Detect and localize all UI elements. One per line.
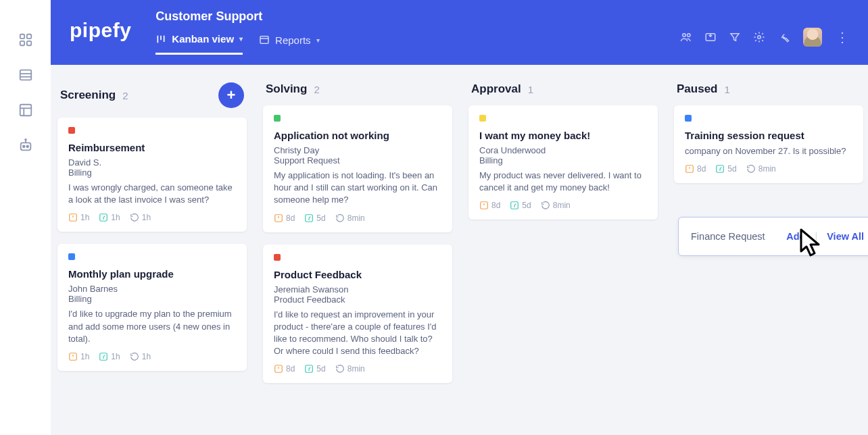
bot-icon[interactable]	[18, 138, 33, 153]
column-screening: Screening 2+ Reimbursement David S. Bill…	[57, 80, 247, 420]
card-category: Billing	[68, 294, 236, 304]
card-meta: 8d5d8min	[274, 213, 441, 223]
card-description: company on November 27. Is it possible?	[685, 145, 852, 157]
kanban-board: Screening 2+ Reimbursement David S. Bill…	[51, 65, 868, 435]
card-meta: 8d5d8min	[685, 164, 852, 174]
reports-icon	[259, 34, 270, 45]
card-description: I'd like to request an improvement in yo…	[274, 309, 441, 358]
svg-rect-7	[20, 105, 31, 116]
card[interactable]: Product Feedback Jeremiah Swanson Produc…	[263, 245, 452, 384]
svg-point-21	[688, 34, 691, 37]
column-title: Screening	[60, 88, 116, 102]
list-icon[interactable]	[18, 68, 33, 82]
card-description: I was wrongly charged, can someone take …	[68, 182, 236, 206]
card-meta: 1h1h1h	[68, 213, 236, 222]
status-dot	[274, 115, 281, 122]
card-requester: David S.	[68, 157, 236, 168]
svg-point-20	[683, 34, 686, 37]
status-dot	[685, 115, 692, 122]
status-dot	[479, 115, 486, 122]
card-requester: Jeremiah Swanson	[274, 284, 441, 295]
layout-icon[interactable]	[18, 103, 33, 118]
svg-point-14	[25, 139, 26, 140]
card-title: Monthly plan upgrade	[68, 268, 236, 280]
finance-request-popup: Finance Request Add | View All	[678, 217, 868, 256]
svg-rect-18	[260, 36, 268, 44]
left-rail	[0, 0, 51, 435]
svg-point-12	[26, 145, 28, 147]
card[interactable]: Monthly plan upgrade John Barnes Billing…	[57, 244, 247, 371]
column-count: 2	[314, 84, 319, 95]
card-requester: Christy Day	[274, 145, 441, 155]
members-icon[interactable]	[680, 31, 692, 43]
card-title: Reimbursement	[68, 142, 236, 153]
popup-add-button[interactable]: Add	[786, 231, 805, 242]
filter-icon[interactable]	[729, 31, 741, 43]
logo: pipefy	[70, 19, 131, 42]
card-requester: Cora Underwood	[479, 145, 647, 155]
card-category: Support Request	[274, 155, 441, 165]
chevron-down-icon: ▾	[316, 36, 320, 44]
tab-reports[interactable]: Reports ▾	[259, 33, 320, 55]
card-title: Product Feedback	[274, 269, 441, 280]
card-category: Product Feedback	[274, 295, 441, 305]
card-title: Training session request	[685, 130, 852, 141]
card-title: I want my money back!	[479, 130, 647, 141]
pipe-title: Customer Support	[155, 9, 319, 24]
column-count: 1	[724, 84, 729, 95]
card-description: I'd like to upgrade my plan to the premi…	[68, 308, 236, 345]
column-count: 1	[528, 84, 533, 95]
card-title: Application not working	[274, 130, 441, 141]
tab-kanban[interactable]: Kanban view ▾	[155, 33, 243, 55]
column-title: Solving	[266, 82, 307, 96]
popup-title: Finance Request	[691, 231, 765, 242]
header: pipefy Customer Support Kanban view ▾	[51, 0, 868, 65]
status-dot	[68, 127, 75, 134]
avatar[interactable]	[803, 28, 822, 47]
svg-rect-10	[20, 143, 30, 150]
more-menu-icon[interactable]: ⋮	[836, 30, 849, 44]
card-category: Billing	[68, 168, 236, 178]
svg-rect-0	[20, 34, 24, 39]
status-dot	[274, 254, 281, 261]
svg-point-23	[758, 36, 761, 39]
card-meta: 8d5d8min	[274, 364, 441, 374]
card-requester: John Barnes	[68, 284, 236, 294]
column-approval: Approval 1 I want my money back! Cora Un…	[468, 80, 658, 420]
column-solving: Solving 2 Application not working Christ…	[263, 80, 452, 420]
card[interactable]: Reimbursement David S. Billing I was wro…	[57, 118, 247, 232]
card-description: My application is not loading. It's been…	[274, 170, 441, 207]
column-count: 2	[122, 90, 128, 101]
kanban-icon	[155, 34, 166, 45]
chevron-down-icon: ▾	[239, 35, 243, 43]
gear-icon[interactable]	[753, 31, 765, 43]
card[interactable]: Training session request company on Nove…	[674, 105, 863, 183]
add-card-button[interactable]: +	[218, 82, 244, 108]
card[interactable]: I want my money back! Cora Underwood Bil…	[468, 105, 658, 220]
svg-rect-3	[26, 41, 30, 45]
column-title: Approval	[471, 82, 521, 96]
svg-point-11	[22, 145, 24, 147]
svg-rect-2	[20, 41, 24, 45]
status-dot	[68, 253, 75, 260]
column-title: Paused	[677, 82, 717, 96]
popup-viewall-button[interactable]: View All	[827, 231, 864, 242]
inbox-icon[interactable]	[704, 31, 717, 43]
svg-rect-1	[26, 34, 30, 39]
svg-rect-4	[20, 70, 31, 80]
card-description: My product was never delivered. I want t…	[479, 170, 647, 194]
wrench-icon[interactable]	[777, 31, 790, 43]
card-category: Billing	[479, 155, 647, 165]
card-meta: 1h1h1h	[68, 352, 236, 361]
card-meta: 8d5d8min	[479, 201, 647, 210]
apps-icon[interactable]	[18, 32, 33, 47]
card[interactable]: Application not working Christy Day Supp…	[263, 105, 452, 232]
